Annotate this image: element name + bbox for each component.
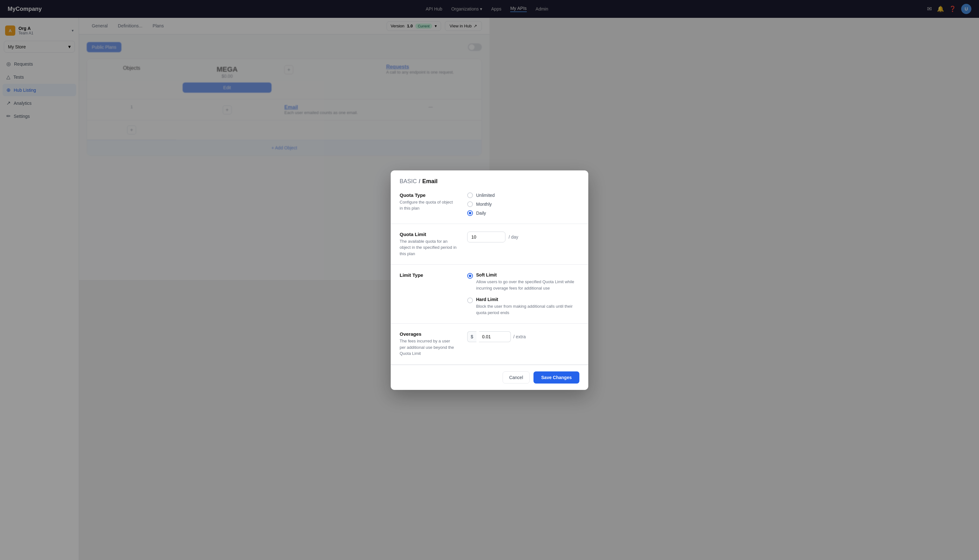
quota-limit-input[interactable]	[467, 232, 489, 242]
unlimited-label: Unlimited	[476, 193, 489, 198]
quota-limit-section: Quota Limit The available quota for an o…	[391, 224, 489, 265]
breadcrumb-parent: BASIC	[400, 178, 417, 185]
modal-header: BASIC / Email	[391, 170, 489, 185]
monthly-radio[interactable]	[467, 201, 473, 207]
daily-radio[interactable]	[467, 210, 473, 216]
unlimited-radio[interactable]	[467, 192, 473, 198]
soft-limit-desc: Allow users to go over the specified Quo…	[476, 279, 489, 280]
quota-type-daily[interactable]: Daily	[467, 210, 489, 216]
quota-limit-title: Quota Limit	[400, 232, 457, 237]
quota-type-row: Quota Type Configure the quota of object…	[400, 192, 489, 216]
breadcrumb-separator: /	[419, 178, 420, 185]
quota-type-radio-group: Unlimited Monthly Daily	[467, 192, 489, 216]
quota-type-monthly[interactable]: Monthly	[467, 201, 489, 207]
limit-type-title: Limit Type	[400, 272, 457, 278]
quota-limit-input-row: / day	[467, 232, 489, 242]
monthly-label: Monthly	[476, 202, 489, 207]
quota-type-section: Quota Type Configure the quota of object…	[391, 185, 489, 224]
quota-type-desc: Configure the quota of object in this pl…	[400, 199, 457, 212]
limit-type-label: Limit Type	[400, 272, 457, 280]
soft-limit-text: Soft Limit Allow users to go over the sp…	[476, 272, 489, 280]
soft-limit-radio[interactable]	[467, 273, 473, 279]
quota-limit-row: Quota Limit The available quota for an o…	[400, 232, 489, 257]
quota-limit-label: Quota Limit The available quota for an o…	[400, 232, 457, 257]
limit-type-row: Limit Type Soft Limit Allow users to go …	[400, 272, 489, 280]
breadcrumb-current: Email	[422, 178, 437, 185]
modal-dialog: BASIC / Email Quota Type Configure the q…	[391, 170, 489, 280]
modal-breadcrumb: BASIC / Email	[400, 178, 489, 185]
quota-type-unlimited[interactable]: Unlimited	[467, 192, 489, 198]
quota-type-control: Unlimited Monthly Daily	[467, 192, 489, 216]
modal-overlay[interactable]: BASIC / Email Quota Type Configure the q…	[0, 0, 489, 280]
quota-limit-desc: The available quota for an object in the…	[400, 238, 457, 257]
quota-type-label: Quota Type Configure the quota of object…	[400, 192, 457, 216]
limit-type-section: Limit Type Soft Limit Allow users to go …	[391, 265, 489, 280]
soft-limit-option[interactable]: Soft Limit Allow users to go over the sp…	[467, 272, 489, 280]
daily-label: Daily	[476, 210, 486, 216]
quota-limit-control: / day	[467, 232, 489, 257]
limit-type-control: Soft Limit Allow users to go over the sp…	[467, 272, 489, 280]
soft-limit-title: Soft Limit	[476, 272, 489, 277]
quota-type-title: Quota Type	[400, 192, 457, 198]
